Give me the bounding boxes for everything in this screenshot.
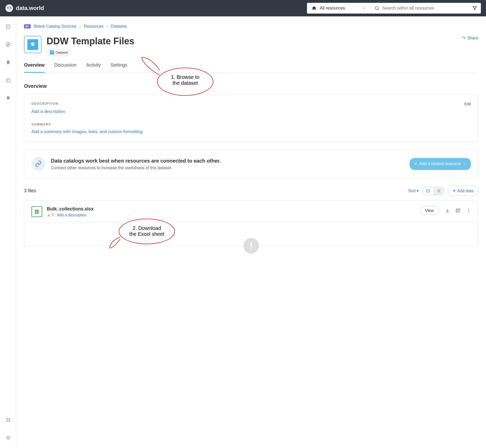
svg-rect-31 [456, 211, 458, 213]
breadcrumb-item-1[interactable]: 8bank Catalog Sources [34, 24, 76, 29]
svg-point-5 [375, 6, 378, 9]
svg-point-4 [10, 7, 11, 8]
svg-point-3 [7, 7, 8, 8]
related-resources-card: Data catalogs work best when resources a… [24, 150, 478, 178]
tab-discussion[interactable]: Discussion [54, 60, 76, 73]
dataset-icon [24, 36, 41, 53]
search-box[interactable] [371, 3, 481, 14]
owl-icon [5, 4, 13, 12]
svg-rect-30 [456, 209, 458, 210]
file-preview-placeholder: ! [24, 223, 478, 246]
tab-overview[interactable]: Overview [24, 60, 45, 73]
svg-point-35 [468, 212, 469, 212]
type-badge-label: Dataset [56, 50, 68, 55]
bookmark-icon[interactable] [6, 60, 11, 65]
brand-name: data.world [16, 5, 44, 12]
svg-line-6 [378, 9, 379, 10]
search-input[interactable] [382, 6, 467, 11]
warning-icon: ▲ [47, 213, 51, 217]
summary-label: SUMMARY [31, 122, 471, 126]
caret-down-icon: ▾ [417, 189, 419, 193]
annotation-1: 1. Browse to the dataset [157, 68, 213, 96]
chevron-right-icon: › [106, 24, 108, 29]
svg-rect-17 [6, 420, 8, 422]
view-file-button[interactable]: View [420, 206, 439, 215]
add-summary-link[interactable]: Add a summary with images, links, and cu… [31, 129, 143, 134]
related-title: Data catalogs work best when resources a… [51, 157, 404, 164]
brand-logo[interactable]: data.world [5, 4, 44, 12]
svg-text:?: ? [7, 436, 9, 439]
warning-count: 7 [52, 213, 54, 217]
checklist-icon[interactable] [6, 78, 11, 83]
svg-rect-10 [7, 27, 7, 27]
download-icon[interactable] [445, 208, 450, 213]
svg-point-34 [468, 210, 469, 211]
share-button[interactable]: Share [461, 36, 478, 40]
tabs: Overview Discussion Activity Settings [24, 60, 478, 73]
layers-icon [50, 50, 54, 55]
file-name: Bulk_collections.xlsx [47, 206, 415, 212]
add-data-label: Add data [457, 189, 473, 193]
svg-rect-16 [8, 418, 10, 419]
add-data-button[interactable]: + Add data [448, 186, 478, 196]
card-view-button[interactable] [423, 187, 433, 195]
overview-heading: Overview [24, 83, 478, 89]
chevron-down-icon [463, 162, 466, 166]
share-icon [461, 36, 466, 40]
filter-icon[interactable] [472, 6, 477, 11]
page-title: DDW Template Files [47, 36, 456, 47]
more-icon[interactable] [466, 208, 471, 213]
related-subtitle: Connect other resources to increase the … [51, 166, 404, 170]
bell-icon[interactable] [6, 96, 11, 101]
add-description-link[interactable]: Add a description [31, 109, 65, 114]
svg-rect-14 [6, 79, 10, 82]
tab-settings[interactable]: Settings [111, 60, 127, 73]
plus-icon: + [453, 188, 456, 194]
svg-rect-11 [8, 27, 9, 27]
chevron-right-icon: › [79, 24, 81, 29]
svg-rect-8 [7, 25, 7, 26]
org-badge: BC [24, 24, 31, 28]
view-toggle [422, 187, 444, 195]
description-card: DESCRIPTION Edit Add a description SUMMA… [24, 94, 478, 142]
share-label: Share [467, 36, 478, 40]
link-icon [31, 157, 45, 171]
help-icon[interactable]: ? [6, 435, 11, 440]
files-count: 3 files [24, 188, 36, 194]
add-related-label: Add a related resource [419, 162, 461, 166]
list-view-button[interactable] [433, 187, 444, 195]
svg-point-33 [468, 209, 469, 210]
type-badge[interactable]: Dataset [47, 49, 71, 56]
add-file-description[interactable]: Add a description [57, 213, 86, 217]
annotation-2: 2. Download the Excel sheet [119, 219, 175, 244]
description-label: DESCRIPTION [31, 102, 58, 106]
info-icon: ! [244, 238, 259, 253]
tab-activity[interactable]: Activity [86, 60, 101, 73]
chevron-down-icon [362, 6, 366, 10]
explore-icon[interactable] [6, 42, 11, 47]
apps-icon[interactable] [6, 417, 11, 422]
edit-description[interactable]: Edit [464, 102, 471, 106]
plus-icon: + [414, 161, 417, 167]
add-column-icon[interactable] [456, 208, 461, 213]
svg-rect-32 [459, 209, 460, 210]
side-nav: ? [0, 16, 16, 448]
add-related-resource-button[interactable]: + Add a related resource [410, 158, 471, 170]
sort-dropdown[interactable]: Sort ▾ [408, 188, 419, 193]
home-icon [312, 6, 317, 11]
svg-rect-15 [6, 418, 8, 419]
spreadsheet-icon [31, 206, 42, 217]
svg-rect-18 [8, 420, 10, 422]
breadcrumb: BC 8bank Catalog Sources › Resources › D… [24, 24, 478, 29]
breadcrumb-item-3[interactable]: Datasets [111, 24, 127, 29]
svg-rect-9 [8, 25, 9, 26]
svg-rect-7 [6, 25, 10, 29]
svg-marker-13 [7, 44, 9, 46]
svg-rect-21 [426, 190, 429, 192]
resource-selector[interactable]: All resources [307, 3, 371, 14]
search-icon [374, 6, 380, 11]
resource-selector-label: All resources [320, 6, 345, 11]
breadcrumb-item-2[interactable]: Resources [84, 24, 103, 29]
file-row[interactable]: Bulk_collections.xlsx ▲ 7 · Add a descri… [24, 200, 478, 223]
org-icon[interactable] [6, 24, 11, 29]
